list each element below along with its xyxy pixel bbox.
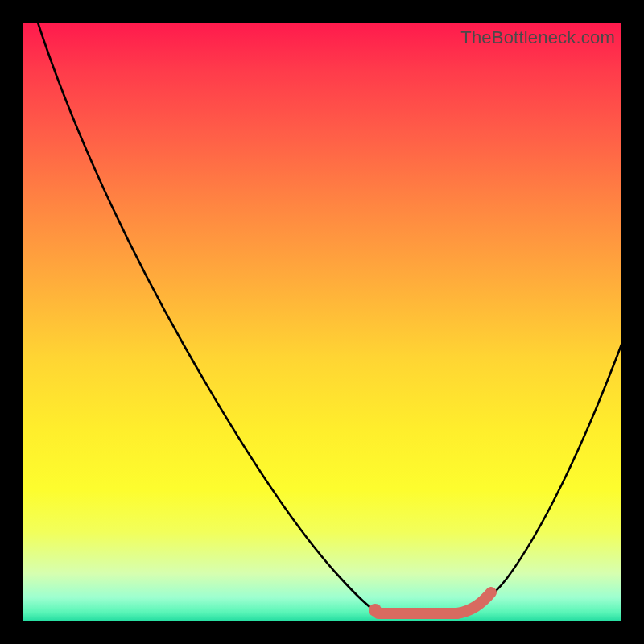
curve-layer bbox=[23, 23, 621, 621]
highlight-segment bbox=[378, 592, 491, 613]
watermark-label: TheBottleneck.com bbox=[460, 27, 615, 48]
plot-area: TheBottleneck.com bbox=[23, 23, 621, 621]
bottleneck-curve bbox=[38, 23, 621, 613]
chart-frame: TheBottleneck.com bbox=[0, 0, 644, 644]
